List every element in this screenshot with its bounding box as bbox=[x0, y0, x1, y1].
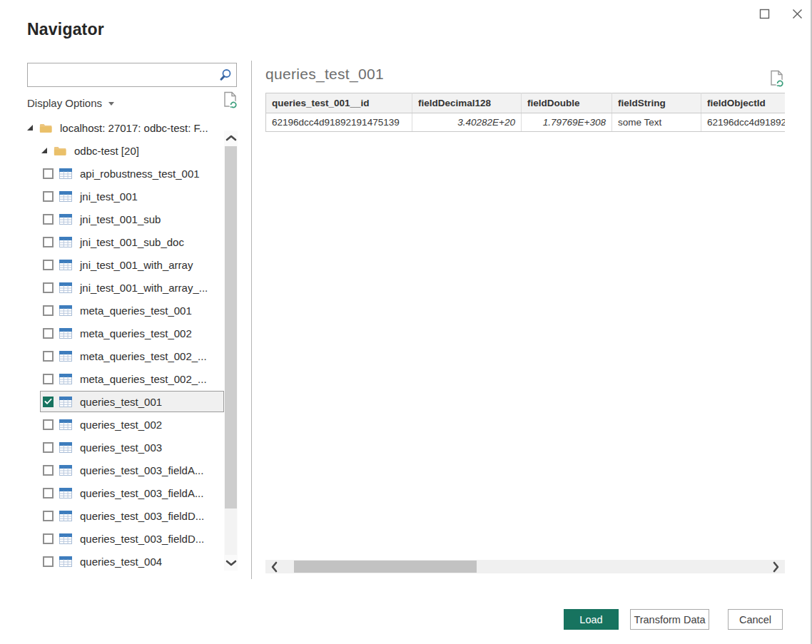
preview-horizontal-scrollbar[interactable] bbox=[265, 560, 785, 573]
transform-data-button[interactable]: Transform Data bbox=[630, 609, 709, 630]
table-checkbox[interactable] bbox=[43, 214, 54, 225]
table-checkbox[interactable] bbox=[43, 168, 54, 179]
folder-icon bbox=[54, 145, 66, 156]
tree-item-label: api_robustness_test_001 bbox=[80, 168, 200, 180]
column-header[interactable]: fieldDecimal128 bbox=[412, 93, 522, 113]
table-checkbox[interactable] bbox=[43, 351, 54, 362]
tree-item-label: jni_test_001_with_array_... bbox=[80, 282, 208, 294]
scroll-down-icon[interactable] bbox=[224, 558, 238, 569]
preview-table: queries_test_001__id fieldDecimal128 fie… bbox=[265, 93, 785, 132]
table-icon bbox=[59, 442, 72, 453]
search-box bbox=[27, 63, 237, 87]
column-header[interactable]: fieldString bbox=[612, 93, 701, 113]
display-options-dropdown[interactable]: Display Options bbox=[27, 94, 237, 111]
scroll-up-icon[interactable] bbox=[224, 132, 238, 143]
table-checkbox[interactable] bbox=[43, 237, 54, 247]
table-checkbox[interactable] bbox=[43, 533, 54, 544]
table-icon bbox=[59, 397, 72, 407]
tree-item-table[interactable]: queries_test_003_fieldA... bbox=[27, 481, 224, 504]
column-header[interactable]: fieldDouble bbox=[522, 93, 612, 113]
tree-item-label: jni_test_001_sub_doc bbox=[80, 236, 184, 248]
maximize-button[interactable] bbox=[758, 7, 771, 20]
refresh-preview-button[interactable] bbox=[769, 70, 785, 91]
table-icon bbox=[59, 328, 72, 339]
table-cell: 1.79769E+308 bbox=[522, 113, 612, 132]
tree-item-table[interactable]: queries_test_003_fieldA... bbox=[27, 459, 224, 481]
table-icon bbox=[59, 488, 72, 499]
scroll-right-icon[interactable] bbox=[770, 560, 783, 573]
tree-item-label: jni_test_001 bbox=[80, 190, 138, 203]
cancel-button[interactable]: Cancel bbox=[728, 609, 783, 630]
close-button[interactable] bbox=[791, 7, 803, 20]
table-checkbox[interactable] bbox=[43, 374, 54, 384]
tree-item-server[interactable]: localhost: 27017: odbc-test: F... bbox=[27, 116, 224, 139]
table-icon bbox=[59, 237, 72, 247]
table-checkbox[interactable] bbox=[43, 442, 54, 453]
tree-item-table[interactable]: api_robustness_test_001 bbox=[27, 162, 224, 185]
refresh-document-icon bbox=[769, 70, 785, 88]
check-icon bbox=[44, 398, 52, 405]
table-row: 62196dcc4d91892191475139 3.40282E+20 1.7… bbox=[266, 113, 786, 132]
maximize-icon bbox=[759, 9, 770, 19]
table-cell: 62196dcc4d91892191475139 bbox=[266, 113, 412, 132]
tree-item-label: queries_test_003_fieldD... bbox=[80, 533, 204, 545]
tree-item-table[interactable]: jni_test_001 bbox=[27, 185, 224, 208]
search-input[interactable] bbox=[28, 63, 215, 86]
table-checkbox[interactable] bbox=[43, 465, 54, 476]
table-icon bbox=[59, 305, 72, 316]
tree-item-table[interactable]: meta_queries_test_002_... bbox=[27, 367, 224, 390]
tree-item-table[interactable]: queries_test_004 bbox=[27, 550, 224, 573]
table-icon bbox=[59, 191, 72, 202]
tree-item-label: odbc-test [20] bbox=[74, 145, 139, 157]
tree-item-label: meta_queries_test_002_... bbox=[80, 373, 207, 385]
table-checkbox[interactable] bbox=[43, 511, 54, 521]
table-checkbox[interactable] bbox=[43, 282, 54, 293]
folder-icon bbox=[39, 123, 52, 133]
tree-item-table[interactable]: queries_test_003_fieldD... bbox=[27, 504, 224, 527]
tree-item-database[interactable]: odbc-test [20] bbox=[27, 139, 224, 162]
tree-item-table[interactable]: queries_test_003_fieldD... bbox=[27, 527, 224, 550]
table-checkbox[interactable] bbox=[43, 305, 54, 316]
column-header[interactable]: queries_test_001__id bbox=[266, 93, 412, 113]
scroll-left-icon[interactable] bbox=[268, 560, 280, 573]
tree-item-label: queries_test_003_fieldA... bbox=[80, 487, 203, 499]
scrollbar-thumb[interactable] bbox=[225, 146, 237, 508]
tree-item-label: queries_test_003_fieldD... bbox=[80, 510, 204, 522]
tree-item-table[interactable]: queries_test_002 bbox=[27, 413, 224, 436]
table-checkbox[interactable] bbox=[43, 328, 54, 339]
table-icon bbox=[59, 374, 72, 384]
table-icon bbox=[59, 511, 72, 521]
tree-item-table[interactable]: queries_test_003 bbox=[27, 436, 224, 459]
tree-item-label: jni_test_001_with_array bbox=[80, 259, 193, 271]
load-button[interactable]: Load bbox=[564, 609, 619, 630]
tree-item-label: meta_queries_test_001 bbox=[80, 305, 192, 317]
table-checkbox[interactable] bbox=[43, 556, 54, 567]
table-checkbox[interactable] bbox=[43, 488, 54, 499]
tree-item-label: queries_test_002 bbox=[80, 419, 162, 431]
tree-item-table-selected[interactable]: queries_test_001 bbox=[40, 391, 224, 412]
tree-item-table[interactable]: meta_queries_test_002_... bbox=[27, 344, 224, 367]
tree-scrollbar[interactable] bbox=[224, 131, 238, 571]
table-cell: 62196dcc4d91892191475139 bbox=[701, 113, 786, 132]
table-icon bbox=[59, 533, 72, 544]
column-header[interactable]: fieldObjectId bbox=[701, 93, 786, 113]
search-icon[interactable] bbox=[215, 68, 236, 81]
expand-triangle-icon[interactable] bbox=[27, 125, 33, 131]
table-checkbox[interactable] bbox=[43, 191, 54, 202]
table-checkbox-checked[interactable] bbox=[43, 397, 54, 407]
tree-item-table[interactable]: meta_queries_test_002 bbox=[27, 322, 224, 344]
refresh-tree-button[interactable] bbox=[223, 91, 238, 113]
table-checkbox[interactable] bbox=[43, 419, 54, 430]
tree-item-table[interactable]: jni_test_001_sub_doc bbox=[27, 230, 224, 253]
navigation-tree: localhost: 27017: odbc-test: F... odbc-t… bbox=[27, 116, 224, 573]
chevron-down-icon bbox=[108, 102, 114, 106]
preview-table-container: queries_test_001__id fieldDecimal128 fie… bbox=[265, 93, 785, 132]
scrollbar-thumb[interactable] bbox=[294, 561, 477, 573]
window-controls bbox=[758, 7, 803, 20]
tree-item-table[interactable]: jni_test_001_with_array bbox=[27, 253, 224, 276]
tree-item-table[interactable]: jni_test_001_sub bbox=[27, 208, 224, 230]
tree-item-table[interactable]: jni_test_001_with_array_... bbox=[27, 276, 224, 299]
tree-item-table[interactable]: meta_queries_test_001 bbox=[27, 299, 224, 322]
expand-triangle-icon[interactable] bbox=[41, 148, 47, 153]
table-checkbox[interactable] bbox=[43, 260, 54, 270]
